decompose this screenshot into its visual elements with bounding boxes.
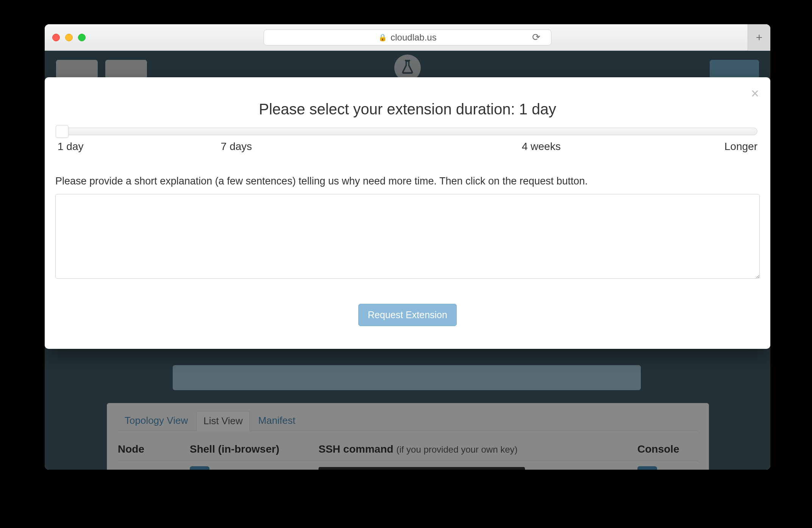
- slider-handle[interactable]: [56, 125, 69, 138]
- extension-request-dialog: × Please select your extension duration:…: [45, 77, 770, 349]
- dialog-footer: Request Extension: [55, 304, 760, 326]
- address-bar-host: cloudlab.us: [390, 32, 436, 43]
- slider-tick: Longer: [725, 141, 757, 153]
- address-bar[interactable]: 🔒 cloudlab.us ⟳: [264, 30, 551, 45]
- slider-tick: 4 weeks: [522, 141, 561, 153]
- slider-track[interactable]: [58, 128, 757, 135]
- reload-icon[interactable]: ⟳: [532, 31, 540, 43]
- close-window-button[interactable]: [52, 34, 60, 41]
- explanation-textarea[interactable]: [55, 194, 760, 279]
- new-tab-button[interactable]: +: [748, 24, 770, 51]
- slider-tick-labels: 1 day 7 days 4 weeks Longer: [58, 141, 757, 153]
- slider-tick: 1 day: [58, 141, 84, 153]
- browser-chrome: 🔒 cloudlab.us ⟳ +: [45, 24, 770, 51]
- dialog-title-value: 1 day: [519, 101, 556, 117]
- lock-icon: 🔒: [378, 33, 387, 42]
- minimize-window-button[interactable]: [65, 34, 73, 41]
- zoom-window-button[interactable]: [78, 34, 86, 41]
- request-extension-button[interactable]: Request Extension: [358, 304, 457, 326]
- slider-tick: 7 days: [221, 141, 252, 153]
- dialog-title: Please select your extension duration: 1…: [55, 101, 760, 118]
- close-dialog-button[interactable]: ×: [751, 86, 759, 102]
- dialog-title-prefix: Please select your extension duration:: [259, 101, 519, 117]
- duration-slider: 1 day 7 days 4 weeks Longer: [55, 128, 760, 153]
- explanation-prompt: Please provide a short explanation (a fe…: [55, 175, 760, 187]
- window-controls: [52, 34, 86, 41]
